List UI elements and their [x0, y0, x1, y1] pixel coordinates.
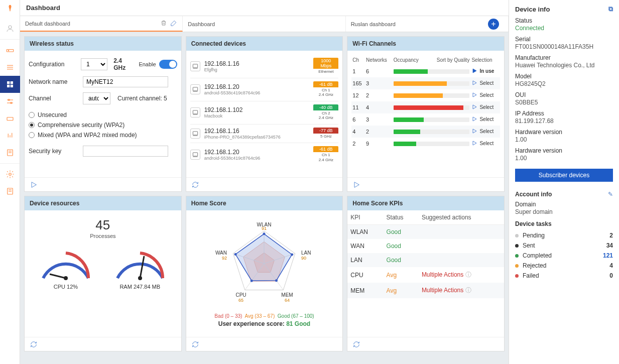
refresh-icon[interactable] — [352, 340, 360, 348]
select-channel-button[interactable]: Select — [471, 92, 493, 98]
svg-text:LAN: LAN — [301, 250, 311, 256]
info-icon[interactable]: ⓘ — [465, 287, 471, 294]
channel-select[interactable]: auto — [83, 92, 110, 104]
svg-rect-1 — [7, 50, 14, 52]
svg-point-47 — [263, 232, 266, 235]
select-channel-button[interactable]: Select — [471, 104, 493, 110]
rail-item-2[interactable] — [0, 59, 20, 76]
device-row[interactable]: 192.168.1.102Macbook -40 dBCh 22.4 GHz — [190, 101, 339, 125]
task-row[interactable]: Failed0 — [515, 271, 613, 281]
rail-item-5[interactable] — [0, 110, 20, 127]
svg-rect-32 — [193, 152, 197, 156]
select-channel-button[interactable]: Select — [471, 80, 493, 86]
rail-item-dashboard[interactable] — [0, 76, 20, 93]
select-channel-button[interactable]: In use — [471, 68, 494, 74]
network-name-input[interactable] — [83, 76, 168, 87]
rail-settings-icon[interactable] — [0, 166, 20, 183]
task-row[interactable]: Rejected4 — [515, 261, 613, 271]
sort-by-quality[interactable]: Sort by Quality — [427, 55, 471, 65]
svg-point-49 — [275, 279, 278, 282]
rail-item-1[interactable] — [0, 42, 20, 59]
task-row[interactable]: Completed121 — [515, 251, 613, 261]
expand-icon[interactable]: ⧉ — [608, 5, 613, 13]
svg-text:WAN: WAN — [216, 250, 227, 256]
wifi-row: 114 Select — [351, 101, 500, 113]
svg-point-48 — [291, 253, 294, 256]
svg-text:91: 91 — [262, 226, 267, 231]
play-icon[interactable] — [30, 181, 38, 189]
svg-rect-30 — [193, 132, 197, 135]
task-row[interactable]: Pending2 — [515, 230, 613, 240]
config-select[interactable]: 1 — [81, 58, 107, 70]
security-unsecured[interactable]: Unsecured — [29, 110, 177, 120]
enable-toggle[interactable] — [159, 60, 177, 69]
status-dot-icon — [515, 234, 519, 237]
wifi-row: 16 In use — [351, 65, 500, 77]
svg-text:92: 92 — [222, 256, 227, 261]
select-channel-button[interactable]: Select — [471, 128, 493, 134]
radar-chart: WLAN91 LAN90 MEM64 CPU65 WAN92 — [209, 214, 319, 310]
add-tab-button[interactable]: + — [488, 19, 499, 30]
device-info-sidebar: Device info⧉ StatusConnected SerialFT001… — [509, 0, 619, 364]
security-mixed[interactable]: Mixed (WPA and WPA2 mixed mode) — [29, 130, 177, 140]
gauge-ram: RAM 247.84 MB — [110, 243, 170, 290]
svg-point-37 — [138, 276, 142, 280]
svg-rect-8 — [7, 85, 10, 87]
refresh-icon[interactable] — [191, 340, 199, 348]
svg-point-2 — [8, 50, 9, 51]
kpi-action[interactable]: Multiple Actions — [422, 287, 463, 294]
nav-rail — [0, 0, 20, 364]
tab-dashboard[interactable]: Dashboard — [183, 16, 345, 32]
kpi-action[interactable]: Multiple Actions — [422, 271, 463, 278]
logo-icon — [5, 4, 15, 14]
svg-rect-24 — [193, 64, 197, 68]
edit-icon[interactable] — [170, 20, 177, 28]
tab-ruslan[interactable]: Ruslan dashboard + — [346, 16, 509, 32]
tab-default[interactable]: Default dashboard — [20, 16, 183, 32]
status-dot-icon — [515, 264, 519, 268]
play-icon[interactable] — [352, 181, 360, 189]
security-wpa2[interactable]: Comprehensive security (WPA2) — [29, 120, 177, 130]
svg-line-34 — [50, 274, 66, 278]
svg-rect-6 — [7, 81, 10, 84]
svg-point-35 — [64, 276, 68, 280]
svg-rect-28 — [193, 110, 197, 114]
kpi-row: WLANGood — [347, 225, 504, 239]
security-key-input[interactable] — [83, 146, 168, 157]
edit-icon[interactable]: ✎ — [608, 191, 613, 198]
rail-user-icon[interactable] — [0, 20, 20, 37]
status-dot-icon — [515, 244, 519, 248]
svg-rect-9 — [10, 85, 13, 87]
task-row[interactable]: Sent34 — [515, 240, 613, 251]
svg-point-20 — [9, 173, 11, 176]
select-channel-button[interactable]: Select — [471, 140, 493, 146]
kpi-row: CPUAvgMultiple Actionsⓘ — [347, 267, 504, 283]
rail-item-9[interactable] — [0, 183, 20, 200]
gauge-cpu: CPU 12% — [36, 243, 96, 290]
panel-title: Wireless status — [25, 37, 181, 51]
rail-item-7[interactable] — [0, 144, 20, 161]
subscriber-devices-button[interactable]: Subscriber devices — [515, 169, 613, 182]
select-channel-button[interactable]: Select — [471, 116, 493, 122]
info-icon[interactable]: ⓘ — [465, 271, 471, 278]
device-row[interactable]: 192.168.1.16iPhone-PRO_8764389cpefas6734… — [190, 125, 339, 143]
svg-text:CPU: CPU — [236, 292, 246, 298]
device-row[interactable]: 192.168.1.20android-5538c419c8764c96 -61… — [190, 78, 339, 101]
device-row[interactable]: 192.168.1.20android-5538c419c8764c96 -61… — [190, 143, 339, 166]
wifi-row: 1653 Select — [351, 77, 500, 89]
panel-wifi: Wi-Fi Channels Ch Networks Occupancy Sor… — [347, 36, 505, 192]
svg-point-51 — [234, 253, 237, 256]
svg-rect-7 — [10, 81, 13, 84]
svg-rect-26 — [193, 87, 197, 91]
refresh-icon[interactable] — [30, 340, 38, 348]
svg-text:90: 90 — [301, 256, 306, 261]
device-icon — [190, 150, 200, 160]
device-row[interactable]: 192.168.1.16Efgfhg 1000MbpsEthernet — [190, 55, 339, 78]
delete-icon[interactable] — [160, 20, 167, 28]
wifi-row: 42 Select — [351, 126, 500, 138]
wifi-row: 122 Select — [351, 89, 500, 101]
rail-item-4[interactable] — [0, 93, 20, 110]
device-icon — [190, 84, 200, 94]
refresh-icon[interactable] — [191, 181, 199, 189]
rail-item-6[interactable] — [0, 127, 20, 144]
